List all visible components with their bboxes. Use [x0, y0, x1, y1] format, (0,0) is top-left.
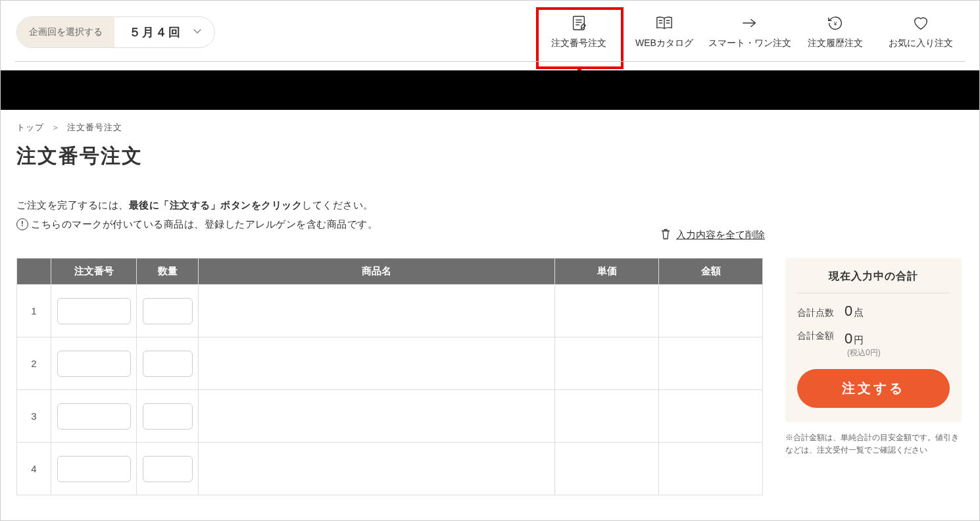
- cell-unit-price: [555, 390, 659, 443]
- cell-amount: [659, 337, 763, 390]
- order-no-input[interactable]: [57, 351, 131, 377]
- nav-smart-one[interactable]: スマート・ワン注文: [707, 11, 793, 53]
- plan-period-selector[interactable]: 企画回を選択する ５月４回: [16, 16, 215, 48]
- chevron-down-icon: [192, 26, 203, 39]
- summary-amount-value: 0円: [845, 330, 881, 347]
- qty-input[interactable]: [143, 403, 193, 430]
- cell-amount: [659, 285, 763, 337]
- th-qty: 数量: [137, 259, 199, 285]
- row-index: 1: [17, 285, 51, 337]
- summary-amount-label: 合計金額: [797, 330, 834, 342]
- th-index: [17, 259, 51, 285]
- arrow-right-icon: [740, 14, 760, 32]
- th-name: 商品名: [199, 259, 555, 285]
- order-no-input[interactable]: [57, 403, 131, 430]
- th-unit-price: 単価: [555, 259, 659, 285]
- open-book-icon: [654, 14, 674, 32]
- place-order-button[interactable]: 注文する: [797, 369, 950, 408]
- cell-unit-price: [555, 285, 659, 337]
- table-row: 2: [17, 337, 763, 390]
- cell-product-name: [199, 337, 555, 390]
- cell-unit-price: [555, 337, 659, 390]
- th-amount: 金額: [659, 259, 763, 285]
- qty-input[interactable]: [143, 456, 193, 482]
- breadcrumb: トップ ＞ 注文番号注文: [16, 122, 964, 134]
- row-index: 3: [17, 390, 51, 443]
- history-yen-icon: ¥: [825, 14, 845, 32]
- cell-amount: [659, 390, 763, 443]
- cell-unit-price: [555, 443, 659, 495]
- allergen-mark-icon: !: [16, 218, 28, 230]
- summary-count-value: 0点: [845, 303, 864, 320]
- trash-icon: [660, 228, 671, 242]
- nav-order-by-number[interactable]: 注文番号注文: [536, 11, 622, 53]
- summary-amount-sub: (税込0円): [847, 347, 881, 359]
- page-title: 注文番号注文: [16, 143, 964, 170]
- plan-period-label: 企画回を選択する: [17, 17, 114, 47]
- qty-input[interactable]: [143, 351, 193, 377]
- cell-product-name: [199, 285, 555, 337]
- top-nav: 注文番号注文 WEBカタログ スマート・ワン注文 ¥ 注文履歴注文: [536, 11, 964, 53]
- heart-icon: [911, 14, 931, 32]
- order-no-input[interactable]: [57, 298, 131, 324]
- summary-count-label: 合計点数: [797, 307, 834, 319]
- cell-product-name: [199, 390, 555, 443]
- plan-period-value: ５月４回: [114, 17, 214, 47]
- summary-title: 現在入力中の合計: [797, 270, 950, 293]
- row-index: 2: [17, 337, 51, 390]
- breadcrumb-current: 注文番号注文: [67, 122, 122, 132]
- document-edit-icon: [569, 14, 589, 32]
- summary-panel: 現在入力中の合計 合計点数 0点 合計金額 0円 (税込0円) 注文する: [785, 258, 962, 422]
- table-row: 3: [17, 390, 763, 443]
- cell-amount: [659, 443, 763, 495]
- qty-input[interactable]: [143, 298, 193, 324]
- row-index: 4: [17, 443, 51, 495]
- table-row: 1: [17, 285, 763, 337]
- cell-product-name: [199, 443, 555, 495]
- nav-order-history[interactable]: ¥ 注文履歴注文: [793, 11, 878, 53]
- order-no-input[interactable]: [57, 456, 131, 482]
- delete-all-button[interactable]: 入力内容を全て削除: [660, 228, 765, 242]
- breadcrumb-top[interactable]: トップ: [16, 122, 44, 132]
- th-order-no: 注文番号: [51, 259, 137, 285]
- table-row: 4: [17, 443, 763, 495]
- summary-note: ※合計金額は、単純合計の目安金額です。値引きなどは、注文受付一覧でご確認ください: [785, 432, 962, 457]
- order-table: 注文番号 数量 商品名 単価 金額 1234: [16, 258, 763, 495]
- svg-text:¥: ¥: [833, 20, 837, 27]
- nav-web-catalog[interactable]: WEBカタログ: [622, 11, 707, 53]
- nav-favorites[interactable]: お気に入り注文: [878, 11, 964, 53]
- black-band: [1, 70, 979, 110]
